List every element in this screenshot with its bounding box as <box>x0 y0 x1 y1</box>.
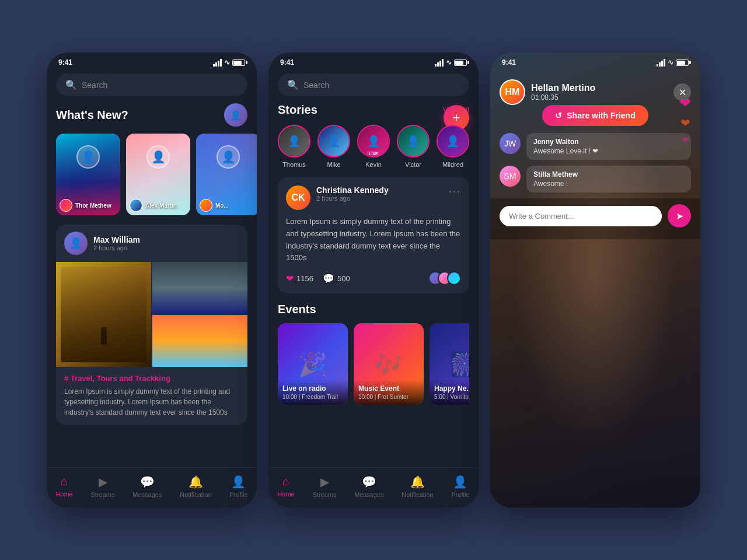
signal-icon-3 <box>657 59 665 66</box>
time-2: 9:41 <box>280 58 294 66</box>
comment-button[interactable]: 💬 500 <box>323 273 350 284</box>
nav-messages-1[interactable]: 💬 Messages <box>132 475 162 498</box>
story-user-info-3: Mo... <box>200 199 229 212</box>
events-row: 🎉 Live on radio 10:00 | Freedom Trail 🎶 … <box>278 323 469 405</box>
phone-2: 9:41 ∿ 🔍 Search + Stories <box>268 52 479 508</box>
story-circle-thomus[interactable]: 👤 Thomus <box>278 125 310 168</box>
comment-text-2: Awesome ! <box>533 180 684 188</box>
stream-user-info: Hellan Mertino 01:08:35 <box>531 83 668 102</box>
search-placeholder-2: Search <box>303 80 329 90</box>
nav-notification-2[interactable]: 🔔 Notification <box>402 475 433 498</box>
story-circle-kevin[interactable]: 👤 Kevin <box>357 125 390 168</box>
heart-float-1: ❤ <box>679 95 691 111</box>
like-button[interactable]: ❤ 1156 <box>286 273 313 284</box>
reaction-avatar-3 <box>447 271 461 285</box>
story-user-name-2: Alex Martin <box>145 202 177 209</box>
stream-comments: JW Jenny Walton Awesome Love it ! ❤ SM S… <box>490 133 700 198</box>
stream-avatar: HM <box>500 79 525 105</box>
event-overlay-2: Music Event 10:00 | Frot Sumter <box>354 380 424 405</box>
stories-title: Stories <box>278 103 317 117</box>
whats-new-header: What's New? 👤 <box>47 103 257 134</box>
signal-icon-2 <box>435 59 444 66</box>
status-bar-2: 9:41 ∿ <box>268 52 479 70</box>
nav-notification-1[interactable]: 🔔 Notification <box>180 475 211 498</box>
nav-home-1[interactable]: ⌂ Home <box>55 475 72 498</box>
story-thumbnail-1[interactable]: 👤 Thor Methew <box>56 134 120 215</box>
nav-messages-2[interactable]: 💬 Messages <box>354 475 383 498</box>
events-title: Events <box>278 303 469 316</box>
reaction-avatars <box>433 271 461 285</box>
post-card-2: CK Christina Kennedy 2 hours ago ··· Lor… <box>278 177 469 293</box>
story-circle-avatar-mike: 👤 <box>317 125 350 158</box>
home-icon-2: ⌂ <box>282 475 289 488</box>
time-1: 9:41 <box>58 58 72 66</box>
nav-streams-label-1: Streams <box>91 491 115 498</box>
status-icons-3: ∿ <box>657 58 689 66</box>
comment-bubble-2: Stilla Methew Awesome ! <box>526 166 691 192</box>
story-circle-mildred[interactable]: 👤 Mildred <box>437 125 469 168</box>
share-with-friend-btn[interactable]: ↺ Share with Friend <box>542 105 648 126</box>
battery-icon-3 <box>676 60 689 66</box>
screens-container: 9:41 ∿ 🔍 Search What's New? 👤 <box>47 52 700 508</box>
home-icon-1: ⌂ <box>61 475 68 488</box>
search-placeholder-1: Search <box>82 80 107 90</box>
status-icons-2: ∿ <box>435 58 467 66</box>
post-images <box>56 262 247 367</box>
event-overlay-3: Happy Ne... 5:00 | Vornito... <box>430 380 469 405</box>
event-card-1[interactable]: 🎉 Live on radio 10:00 | Freedom Trail <box>278 323 348 405</box>
post2-user: Christina Kennedy 2 hours ago <box>316 186 443 202</box>
event-card-3[interactable]: 🎆 Happy Ne... 5:00 | Vornito... <box>430 323 469 405</box>
nav-profile-2[interactable]: 👤 Profile <box>451 475 469 498</box>
story-circle-victor[interactable]: 👤 Victor <box>397 125 430 168</box>
status-icons-1: ∿ <box>213 58 245 66</box>
streams-icon-1: ▶ <box>99 475 107 489</box>
header-avatar: 👤 <box>224 103 247 127</box>
post-card-1: 👤 Max William 2 hours ago <box>56 225 247 425</box>
comment-user-1: Jenny Walton <box>533 138 684 146</box>
post-img-landscape <box>56 262 151 367</box>
status-bar-3: 9:41 ∿ <box>490 52 700 70</box>
nav-streams-2[interactable]: ▶ Streams <box>313 475 337 498</box>
nav-home-label-1: Home <box>55 491 72 498</box>
post-content-1: # Travel, Tours and Trackking Lorem Ipsu… <box>56 367 247 425</box>
story-name-victor: Victor <box>405 161 421 168</box>
whats-new-title: What's New? <box>56 108 128 122</box>
share-icon: ↺ <box>555 111 562 120</box>
events-section: Events 🎉 Live on radio 10:00 | Freedom T… <box>268 303 479 452</box>
post2-text: Lorem Ipsum is simply dummy text of the … <box>286 216 461 264</box>
comment-avatar-1: JW <box>500 133 521 154</box>
nav-profile-1[interactable]: 👤 Profile <box>229 475 247 498</box>
stream-username: Hellan Mertino <box>531 83 668 93</box>
post-username-1: Max William <box>93 235 140 244</box>
search-bar-2[interactable]: 🔍 Search <box>278 74 469 96</box>
post2-avatar: CK <box>286 186 310 210</box>
comment-user-2: Stilla Methew <box>533 170 684 178</box>
search-icon-2: 🔍 <box>287 79 299 90</box>
comment-input-area: ➤ <box>490 198 700 239</box>
messages-icon-2: 💬 <box>362 475 376 489</box>
nav-profile-label-2: Profile <box>451 491 469 498</box>
nav-streams-1[interactable]: ▶ Streams <box>91 475 115 498</box>
search-bar-1[interactable]: 🔍 Search <box>56 74 247 96</box>
post2-time: 2 hours ago <box>316 195 443 202</box>
nav-home-2[interactable]: ⌂ Home <box>277 475 294 498</box>
story-thumbnail-3[interactable]: 👤 Mo... <box>196 134 257 215</box>
event-card-2[interactable]: 🎶 Music Event 10:00 | Frot Sumter <box>354 323 424 405</box>
heart-float-2: ❤ <box>680 116 690 130</box>
comment-input[interactable] <box>500 206 662 226</box>
story-name-mildred: Mildred <box>442 161 463 168</box>
story-circle-avatar-kevin: 👤 <box>357 125 390 158</box>
story-circle-avatar-mildred: 👤 <box>437 125 469 158</box>
post2-header: CK Christina Kennedy 2 hours ago ··· <box>286 186 461 210</box>
event-name-1: Live on radio <box>282 384 343 393</box>
notification-icon-1: 🔔 <box>189 475 203 489</box>
event-time-1: 10:00 | Freedom Trail <box>282 394 343 400</box>
battery-icon <box>232 60 245 66</box>
floating-hearts: ❤ ❤ ❤ <box>679 95 691 146</box>
event-time-3: 5:00 | Vornito... <box>434 394 469 400</box>
send-comment-btn[interactable]: ➤ <box>668 204 691 228</box>
post-time-1: 2 hours ago <box>93 244 140 251</box>
story-circle-mike[interactable]: 👤 Mike <box>317 125 350 168</box>
story-thumbnail-2[interactable]: 👤 Alex Martin <box>126 134 190 215</box>
more-options-icon[interactable]: ··· <box>449 186 461 198</box>
